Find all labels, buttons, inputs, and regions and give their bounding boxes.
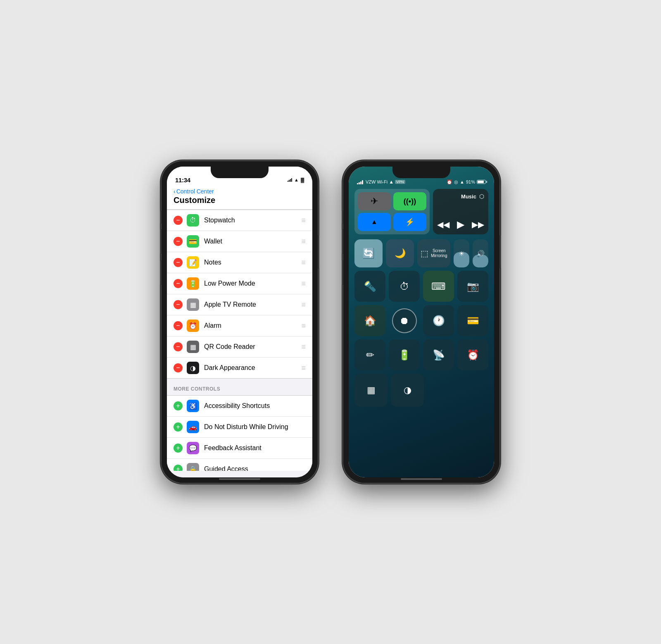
drag-handle[interactable]: ≡ bbox=[301, 237, 306, 246]
guided-access-label: Guided Access bbox=[204, 465, 306, 471]
volume-up-button[interactable] bbox=[160, 229, 162, 254]
wallet-tile[interactable]: 💳 bbox=[457, 305, 488, 336]
record-tile[interactable]: ⏺ bbox=[392, 308, 417, 333]
right-notch bbox=[392, 167, 450, 178]
mute-button[interactable] bbox=[160, 210, 162, 224]
volume-slider[interactable]: 🔊 bbox=[473, 239, 488, 267]
remove-appletv-btn[interactable]: − bbox=[174, 300, 183, 309]
wifi-btn[interactable]: ▲ bbox=[358, 213, 391, 231]
music-title: Music bbox=[458, 193, 479, 200]
screen-mirror-icon: ⬚ bbox=[421, 248, 428, 258]
connectivity-tile[interactable]: ✈ ((•)) ▲ ⚡ bbox=[354, 189, 430, 234]
bluetooth-btn[interactable]: ⚡ bbox=[393, 213, 426, 231]
remove-dark-btn[interactable]: − bbox=[174, 363, 183, 372]
list-item-wallet[interactable]: − 💳 Wallet ≡ bbox=[167, 231, 312, 252]
add-feedback-btn[interactable]: + bbox=[174, 444, 183, 453]
right-phone-screen: VZW Wi-Fi ▲ VPN ⏰ ◎ ▲ 91% bbox=[349, 167, 494, 477]
list-item-dark[interactable]: − ◑ Dark Appearance ≡ bbox=[167, 358, 312, 378]
appearance-tile[interactable]: ◑ bbox=[391, 374, 424, 407]
list-item-accessibility[interactable]: + ♿ Accessibility Shortcuts bbox=[167, 396, 312, 417]
stopwatch-icon: ⏱ bbox=[187, 214, 199, 227]
list-item-dnd-driving[interactable]: + 🚗 Do Not Disturb While Driving bbox=[167, 417, 312, 438]
back-label: Control Center bbox=[176, 188, 214, 195]
drag-handle[interactable]: ≡ bbox=[301, 258, 306, 267]
screen-mirroring-tile[interactable]: ⬚ ScreenMirroring bbox=[417, 239, 450, 267]
list-item-alarm[interactable]: − ⏰ Alarm ≡ bbox=[167, 315, 312, 336]
next-btn[interactable]: ▶▶ bbox=[472, 219, 484, 229]
list-item-guided-access[interactable]: + 🔒 Guided Access bbox=[167, 459, 312, 471]
cc-signal-bars bbox=[357, 179, 363, 184]
remove-notes-btn[interactable]: − bbox=[174, 258, 183, 267]
cc-status-right: ⏰ ◎ ▲ 91% bbox=[447, 179, 486, 185]
calculator-tile[interactable]: ⌨ bbox=[423, 271, 454, 302]
airplane-mode-btn[interactable]: ✈ bbox=[358, 192, 391, 210]
right-volume-up-button[interactable] bbox=[342, 229, 343, 254]
drag-handle[interactable]: ≡ bbox=[301, 279, 306, 288]
feedback-icon: 💬 bbox=[187, 442, 199, 454]
home-indicator-right bbox=[401, 478, 442, 480]
timer-tile[interactable]: ⏱ bbox=[389, 271, 420, 302]
right-volume-down-button[interactable] bbox=[342, 260, 343, 285]
remove-wallet-btn[interactable]: − bbox=[174, 237, 183, 246]
drag-handle[interactable]: ≡ bbox=[301, 364, 306, 372]
back-chevron: ‹ bbox=[174, 188, 176, 195]
settings-list[interactable]: − ⏱ Stopwatch ≡ − 💳 Wallet ≡ − bbox=[167, 210, 312, 471]
home-tile[interactable]: 🏠 bbox=[354, 305, 385, 336]
volume-down-button[interactable] bbox=[160, 260, 162, 285]
nav-title-row: Customize bbox=[174, 196, 306, 205]
right-power-button[interactable] bbox=[499, 235, 501, 268]
cc-battery-pct: 91% bbox=[466, 179, 475, 184]
alarm-tile[interactable]: ⏰ bbox=[457, 339, 488, 370]
brightness-slider[interactable]: ☀ bbox=[454, 239, 469, 267]
list-item-notes[interactable]: − 📝 Notes ≡ bbox=[167, 252, 312, 273]
play-btn[interactable]: ▶ bbox=[457, 219, 464, 230]
stopwatch-label: Stopwatch bbox=[204, 217, 298, 224]
notes-tile[interactable]: ✏ bbox=[354, 339, 385, 370]
cc-status-left: VZW Wi-Fi ▲ VPN bbox=[357, 179, 405, 185]
list-item[interactable]: − ⏱ Stopwatch ≡ bbox=[167, 210, 312, 231]
drag-handle[interactable]: ≡ bbox=[301, 322, 306, 330]
list-item-appletv[interactable]: − ▦ Apple TV Remote ≡ bbox=[167, 294, 312, 315]
control-center-screen: VZW Wi-Fi ▲ VPN ⏰ ◎ ▲ 91% bbox=[349, 167, 494, 477]
airplay-icon[interactable]: ⬡ bbox=[479, 193, 484, 200]
remote-tile[interactable]: 📡 bbox=[423, 339, 454, 370]
list-item-feedback[interactable]: + 💬 Feedback Assistant bbox=[167, 438, 312, 459]
flashlight-tile[interactable]: 🔦 bbox=[354, 271, 385, 302]
accessibility-icon: ♿ bbox=[187, 400, 199, 412]
remove-qr-btn[interactable]: − bbox=[174, 342, 183, 351]
cc-alarm-icon: ⏰ bbox=[447, 179, 452, 185]
do-not-disturb-tile[interactable]: 🌙 bbox=[386, 239, 414, 267]
notch bbox=[211, 167, 269, 178]
remove-low-power-btn[interactable]: − bbox=[174, 279, 183, 288]
power-button[interactable] bbox=[318, 235, 319, 268]
camera-tile[interactable]: 📷 bbox=[457, 271, 488, 302]
cc-battery-bar bbox=[477, 180, 486, 184]
included-section: − ⏱ Stopwatch ≡ − 💳 Wallet ≡ − bbox=[167, 210, 312, 379]
cellular-data-btn[interactable]: ((•)) bbox=[393, 192, 426, 210]
left-phone: 11:34 ▲ ▓ ‹ bbox=[161, 161, 318, 483]
drag-handle[interactable]: ≡ bbox=[301, 343, 306, 351]
cc-carrier: VZW Wi-Fi bbox=[366, 179, 388, 184]
drag-handle[interactable]: ≡ bbox=[301, 216, 306, 225]
remove-alarm-btn[interactable]: − bbox=[174, 321, 183, 330]
music-tile[interactable]: Music ⬡ ◀◀ ▶ ▶▶ bbox=[433, 189, 488, 234]
right-mute-button[interactable] bbox=[342, 210, 343, 224]
add-guided-access-btn[interactable]: + bbox=[174, 465, 183, 471]
drag-handle[interactable]: ≡ bbox=[301, 301, 306, 309]
cc-location-icon: ◎ bbox=[454, 179, 458, 185]
rotation-lock-tile[interactable]: 🔄 bbox=[354, 239, 383, 267]
add-accessibility-btn[interactable]: + bbox=[174, 401, 183, 410]
qr-tile[interactable]: ▦ bbox=[354, 374, 388, 407]
back-button[interactable]: ‹ Control Center bbox=[174, 188, 306, 195]
notes-icon: 📝 bbox=[187, 256, 199, 269]
add-dnd-driving-btn[interactable]: + bbox=[174, 422, 183, 432]
prev-btn[interactable]: ◀◀ bbox=[437, 219, 449, 229]
remove-stopwatch-btn[interactable]: − bbox=[174, 216, 183, 225]
battery-tile[interactable]: 🔋 bbox=[389, 339, 420, 370]
clock-tile[interactable]: 🕐 bbox=[423, 305, 454, 336]
dark-icon: ◑ bbox=[187, 362, 199, 374]
left-phone-screen: 11:34 ▲ ▓ ‹ bbox=[167, 167, 312, 477]
list-item-qr[interactable]: − ▦ QR Code Reader ≡ bbox=[167, 336, 312, 358]
accessibility-label: Accessibility Shortcuts bbox=[204, 402, 306, 410]
list-item-low-power[interactable]: − 🔋 Low Power Mode ≡ bbox=[167, 273, 312, 294]
